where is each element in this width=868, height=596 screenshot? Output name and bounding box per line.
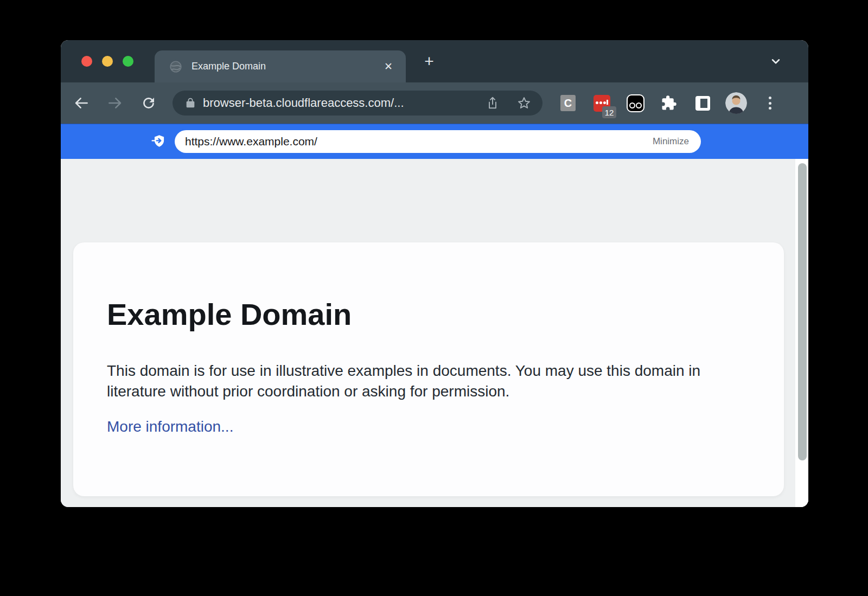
desktop-background: Example Domain ✕ + (0, 0, 868, 596)
extensions-menu-button[interactable] (658, 92, 680, 114)
extension-circles-button[interactable] (624, 92, 647, 114)
minimize-window-button[interactable] (102, 56, 113, 67)
scrollbar-track[interactable] (795, 159, 808, 507)
remote-url-pill: Minimize (175, 130, 701, 153)
scrollbar-thumb[interactable] (798, 163, 807, 460)
side-panel-icon (695, 96, 710, 111)
side-panel-button[interactable] (691, 92, 714, 114)
page-paragraph: This domain is for use in illustrative e… (107, 361, 742, 402)
chevron-down-icon[interactable] (769, 54, 783, 68)
browser-toolbar: browser-beta.cloudflareaccess.com/... C (61, 82, 808, 124)
close-window-button[interactable] (81, 56, 92, 67)
lock-icon (184, 97, 196, 109)
page-viewport: Example Domain This domain is for use in… (61, 159, 808, 507)
kebab-icon (769, 97, 771, 110)
tab-title: Example Domain (192, 61, 266, 72)
forward-button[interactable] (104, 92, 126, 114)
address-bar[interactable]: browser-beta.cloudflareaccess.com/... (173, 91, 542, 116)
zoom-window-button[interactable] (123, 56, 133, 67)
remote-url-input[interactable] (175, 130, 701, 153)
address-url: browser-beta.cloudflareaccess.com/... (203, 96, 404, 110)
extension-c-button[interactable]: C (557, 92, 579, 114)
puzzle-icon (661, 95, 677, 111)
bookmark-star-icon[interactable] (513, 92, 535, 114)
minimize-button[interactable]: Minimize (653, 136, 689, 147)
extension-lastpass-button[interactable]: 12 (590, 92, 613, 114)
window-controls (81, 56, 133, 67)
two-circles-icon (627, 94, 644, 112)
share-icon[interactable] (482, 92, 503, 114)
extensions-row: C 12 (557, 92, 781, 114)
browser-window: Example Domain ✕ + (61, 40, 808, 507)
browser-tab[interactable]: Example Domain ✕ (155, 50, 406, 82)
shield-arrow-icon (151, 133, 167, 150)
tab-close-icon[interactable]: ✕ (381, 59, 396, 74)
extension-badge: 12 (602, 106, 616, 118)
more-information-link[interactable]: More information... (107, 418, 233, 435)
avatar (725, 92, 747, 114)
back-button[interactable] (71, 92, 92, 114)
globe-favicon-icon (169, 60, 183, 74)
c-extension-icon: C (560, 95, 576, 111)
reload-button[interactable] (138, 92, 159, 114)
profile-avatar-button[interactable] (725, 92, 748, 114)
new-tab-button[interactable]: + (420, 52, 438, 71)
isolation-bar: Minimize (61, 124, 808, 159)
content-card: Example Domain This domain is for use in… (73, 242, 784, 496)
browser-menu-button[interactable] (758, 92, 781, 114)
tab-strip: Example Domain ✕ + (61, 40, 808, 82)
page-heading: Example Domain (107, 297, 352, 332)
